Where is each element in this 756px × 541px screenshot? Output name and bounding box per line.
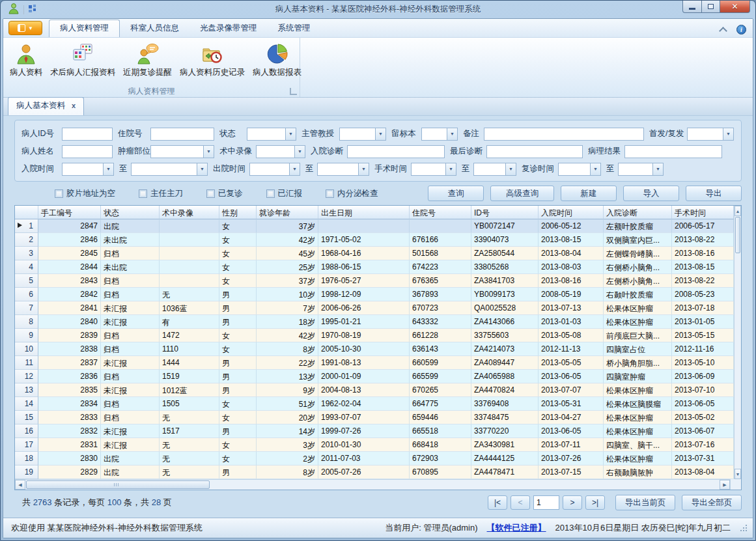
cell[interactable]: 37岁 <box>257 274 318 288</box>
filter-input-病人姓名[interactable] <box>62 145 113 158</box>
cell[interactable]: 1999-07-26 <box>318 424 410 438</box>
filter-input-病理结果[interactable] <box>624 145 722 158</box>
cell[interactable]: 无 <box>160 438 219 452</box>
cell[interactable]: 2013-08-04 <box>672 465 734 479</box>
next-page-button[interactable]: > <box>563 495 582 510</box>
column-header-状态[interactable]: 状态 <box>101 206 160 219</box>
table-row[interactable]: 182830出院无女2岁2011-07-03672903ZA4444125201… <box>15 452 734 465</box>
column-header-性别[interactable]: 性别 <box>219 206 257 219</box>
cell[interactable]: 2013-08-22 <box>672 274 734 288</box>
cell[interactable]: ZA4065988 <box>471 370 539 383</box>
cell[interactable]: 2013-05-08 <box>539 329 604 342</box>
table-row[interactable]: 132835未汇报1012蓝男9岁2004-08-13670265ZA44708… <box>15 383 734 397</box>
table-row[interactable]: 42844未出院女25岁1988-06-15674223338052682013… <box>15 260 734 274</box>
cell[interactable]: 8岁 <box>257 465 318 479</box>
cell[interactable]: 归档 <box>101 342 160 356</box>
cell[interactable]: 女 <box>219 397 257 411</box>
cell[interactable]: 14岁 <box>257 424 318 438</box>
cell[interactable]: 33770220 <box>471 424 539 438</box>
resize-grip-icon[interactable] <box>740 524 748 532</box>
filter-combo-状态[interactable]: ▼ <box>247 128 296 141</box>
ribbon-button-近期复诊提醒[interactable]: 近期复诊提醒 <box>119 40 176 80</box>
filter-combo-至[interactable]: ▼ <box>473 163 516 176</box>
table-row[interactable]: 52843归档女37岁1976-05-27676365ZA38417032013… <box>15 274 734 288</box>
cell[interactable]: 1036蓝 <box>160 301 219 315</box>
restore-button[interactable] <box>702 1 720 13</box>
column-header-入院诊断[interactable]: 入院诊断 <box>604 206 672 219</box>
cell[interactable]: 9岁 <box>257 383 318 397</box>
cell[interactable]: 未汇报 <box>101 315 160 329</box>
vertical-scrollbar[interactable]: ▲ ▼ <box>734 206 741 479</box>
cell[interactable]: 2846 <box>38 233 101 247</box>
cell[interactable]: 22岁 <box>257 356 318 370</box>
filter-combo-肿瘤部位[interactable]: ▼ <box>150 145 214 158</box>
cell[interactable]: 2011-07-03 <box>318 452 410 465</box>
cell[interactable]: 归档 <box>101 370 160 383</box>
cell[interactable]: 2831 <box>38 438 101 452</box>
cell[interactable]: 2847 <box>38 219 101 233</box>
cell[interactable]: 2012-11-13 <box>539 342 604 356</box>
ribbon-button-术后病人汇报资料[interactable]: 术后病人汇报资料 <box>46 40 119 80</box>
checkbox-胶片地址为空[interactable]: 胶片地址为空 <box>55 188 115 199</box>
cell[interactable]: 2013-06-05 <box>672 397 734 411</box>
cell[interactable]: 2013-07-07 <box>539 383 604 397</box>
cell[interactable]: 661228 <box>410 329 471 342</box>
cell[interactable]: 3岁 <box>257 438 318 452</box>
cell[interactable]: 左侧蝶骨嵴脑... <box>604 247 672 260</box>
chevron-down-icon[interactable]: ▼ <box>447 128 458 141</box>
cell[interactable]: 归档 <box>101 288 160 301</box>
filter-combo-至[interactable]: ▼ <box>317 163 369 176</box>
row-selector[interactable]: 4 <box>15 260 38 274</box>
cell[interactable]: 1110 <box>160 342 219 356</box>
checkbox-已汇报[interactable]: 已汇报 <box>266 188 303 199</box>
cell[interactable]: 松果体区肿瘤 <box>604 424 672 438</box>
cell[interactable]: 2013-01-05 <box>672 315 734 329</box>
horizontal-scrollbar[interactable]: ◀ ▶ <box>15 479 730 490</box>
checkbox-box[interactable] <box>266 189 275 198</box>
cell[interactable]: 2013-08-15 <box>672 260 734 274</box>
cell[interactable]: 四脑室、脑干... <box>604 438 672 452</box>
row-selector[interactable]: 18 <box>15 452 38 465</box>
cell[interactable]: 2835 <box>38 383 101 397</box>
cell[interactable]: 643332 <box>410 315 471 329</box>
table-row[interactable]: 72841未汇报1036蓝男7岁2006-06-26670723QA002552… <box>15 301 734 315</box>
cell[interactable]: 女 <box>219 274 257 288</box>
cell[interactable]: ZA4470824 <box>471 383 539 397</box>
info-icon[interactable]: i <box>736 25 746 35</box>
cell[interactable]: 33904073 <box>471 233 539 247</box>
scroll-left-icon[interactable]: ◀ <box>15 480 25 490</box>
cell[interactable]: 2013-07-16 <box>672 438 734 452</box>
cell[interactable]: 未出院 <box>101 233 160 247</box>
action-button-导入[interactable]: 导入 <box>623 186 679 201</box>
cell[interactable]: 2013-07-10 <box>672 383 734 397</box>
cell[interactable]: ZA4444125 <box>471 452 539 465</box>
chevron-down-icon[interactable]: ▼ <box>285 128 296 141</box>
quick-access-grid-icon[interactable] <box>28 4 37 16</box>
cell[interactable]: 1505 <box>160 397 219 411</box>
table-row[interactable]: 102838归档1110女8岁2005-10-30636143ZA4214073… <box>15 342 734 356</box>
row-selector[interactable]: 19 <box>15 465 38 479</box>
cell[interactable]: 2013-04-27 <box>539 411 604 424</box>
cell[interactable]: 2836 <box>38 370 101 383</box>
row-selector[interactable]: 3 <box>15 247 38 260</box>
table-row[interactable]: 122836归档1519男13岁2000-01-09665599ZA406598… <box>15 370 734 383</box>
cell[interactable]: 归档 <box>101 247 160 260</box>
software-registered-link[interactable]: 【软件已注册】 <box>487 522 546 534</box>
cell[interactable]: 33748475 <box>471 411 539 424</box>
cell[interactable]: 676166 <box>410 233 471 247</box>
cell[interactable]: ZA3841703 <box>471 274 539 288</box>
cell[interactable]: 1976-05-27 <box>318 274 410 288</box>
cell[interactable]: 2013-08-16 <box>672 247 734 260</box>
cell[interactable]: 2832 <box>38 424 101 438</box>
cell[interactable]: 1472 <box>160 329 219 342</box>
chevron-down-icon[interactable]: ▼ <box>445 163 456 176</box>
row-selector[interactable]: 10 <box>15 342 38 356</box>
cell[interactable]: 四脑室肿瘤 <box>604 370 672 383</box>
table-row[interactable]: 162832未汇报1517男14岁1999-07-266655183377022… <box>15 424 734 438</box>
cell[interactable]: 1995-01-21 <box>318 315 410 329</box>
cell[interactable]: 2013-07-26 <box>539 452 604 465</box>
cell[interactable]: 2008-05-19 <box>539 288 604 301</box>
cell[interactable]: 665518 <box>410 424 471 438</box>
ribbon-tab-系统管理[interactable]: 系统管理 <box>268 20 321 37</box>
row-selector[interactable]: 13 <box>15 383 38 397</box>
